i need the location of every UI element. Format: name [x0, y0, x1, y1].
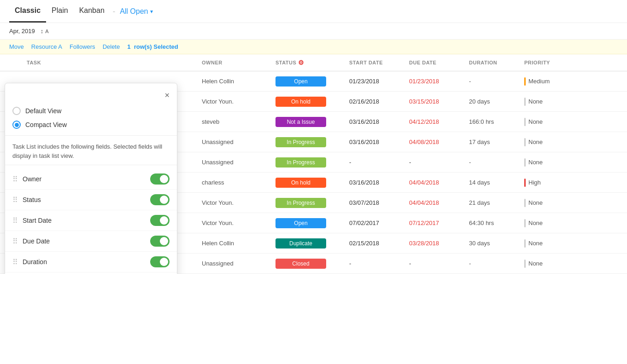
- action-resource[interactable]: Resource A: [31, 43, 62, 50]
- priority-bar: None: [524, 239, 543, 248]
- task-owner: steveb: [198, 115, 272, 129]
- priority-label: None: [528, 139, 543, 145]
- field-label: Status: [23, 196, 41, 203]
- task-start-date: 07/02/2017: [346, 216, 405, 230]
- priority-bar: None: [524, 219, 543, 227]
- col-due-date: DUE DATE: [405, 54, 465, 71]
- priority-label: None: [528, 98, 543, 105]
- field-item: ⠿ Due Date: [5, 231, 177, 252]
- status-badge: Duplicate: [275, 238, 326, 248]
- task-start-date: 03/07/2018: [346, 196, 405, 210]
- field-label: Duration: [23, 258, 47, 266]
- field-toggle[interactable]: [150, 236, 170, 247]
- task-duration: 30 days: [465, 236, 521, 250]
- priority-bar: None: [524, 199, 543, 207]
- tab-plain[interactable]: Plain: [46, 6, 74, 23]
- task-due-date: 01/23/2018: [405, 74, 465, 88]
- task-status: Open: [272, 214, 346, 232]
- radio-default-view[interactable]: Default View: [12, 107, 170, 115]
- selected-info: 1 row(s) Selected: [127, 43, 178, 50]
- panel-description: Task List includes the following fields.…: [5, 136, 177, 165]
- priority-indicator: [524, 118, 526, 126]
- view-settings-panel: × Default View Compact View Task List in…: [5, 83, 177, 274]
- col-task: TASK: [23, 54, 198, 71]
- gear-icon[interactable]: ⚙: [298, 59, 305, 66]
- field-label: Owner: [23, 175, 41, 183]
- radio-circle-default: [12, 107, 21, 115]
- priority-indicator: [524, 158, 526, 167]
- priority-label: Medium: [528, 78, 550, 85]
- tab-kanban[interactable]: Kanban: [74, 6, 110, 23]
- task-owner: Unassigned: [198, 256, 272, 271]
- filter-dropdown[interactable]: All Open ▾: [118, 7, 154, 22]
- table-header: TASK OWNER STATUS ⚙ START DATE DUE DATE …: [0, 54, 627, 71]
- priority-bar: None: [524, 98, 543, 106]
- action-move[interactable]: Move: [9, 43, 24, 50]
- action-followers[interactable]: Followers: [70, 43, 95, 50]
- selected-text: row(s) Selected: [134, 43, 178, 50]
- col-duration: DURATION: [465, 54, 521, 71]
- field-toggle[interactable]: [150, 194, 170, 205]
- priority-bar: None: [524, 118, 543, 126]
- field-left: ⠿ Duration: [12, 258, 47, 266]
- field-toggle[interactable]: [150, 256, 170, 267]
- priority-label: None: [528, 260, 543, 267]
- field-toggle[interactable]: [150, 215, 170, 226]
- drag-handle-icon[interactable]: ⠿: [12, 237, 18, 246]
- col-owner: OWNER: [198, 54, 272, 71]
- task-priority: None: [521, 195, 576, 211]
- task-due-date: 04/04/2018: [405, 196, 465, 210]
- task-duration: 17 days: [465, 135, 521, 149]
- action-delete[interactable]: Delete: [103, 43, 120, 50]
- field-left: ⠿ Status: [12, 196, 41, 204]
- tab-classic[interactable]: Classic: [9, 6, 46, 23]
- col-status: STATUS ⚙: [272, 54, 346, 71]
- field-toggle[interactable]: [150, 173, 170, 185]
- col-start-date: START DATE: [346, 54, 405, 71]
- priority-indicator: [524, 199, 526, 207]
- drag-handle-icon[interactable]: ⠿: [12, 258, 18, 266]
- col-status-label: STATUS: [275, 60, 296, 65]
- radio-compact-view[interactable]: Compact View: [12, 121, 170, 129]
- status-badge: In Progress: [275, 157, 326, 168]
- radio-circle-compact: [12, 121, 21, 129]
- field-label: Start Date: [23, 217, 52, 224]
- priority-indicator: [524, 260, 526, 268]
- radio-label-default: Default View: [25, 107, 61, 115]
- close-button[interactable]: ×: [164, 91, 170, 100]
- field-item: ⠿ Status: [5, 190, 177, 210]
- task-start-date: 03/16/2018: [346, 115, 405, 129]
- task-priority: None: [521, 134, 576, 150]
- task-priority: None: [521, 114, 576, 130]
- task-duration: 20 days: [465, 94, 521, 109]
- drag-handle-icon[interactable]: ⠿: [12, 216, 18, 225]
- task-status: On hold: [272, 93, 346, 110]
- drag-handle-icon[interactable]: ⠿: [12, 175, 18, 184]
- priority-bar: Medium: [524, 77, 550, 86]
- drag-handle-icon[interactable]: ⠿: [12, 196, 18, 204]
- sort-button[interactable]: ↕ A: [41, 28, 49, 35]
- task-status: Open: [272, 73, 346, 90]
- priority-indicator: [524, 219, 526, 227]
- task-status: Closed: [272, 255, 346, 272]
- priority-label: None: [528, 199, 543, 206]
- toolbar: Apr, 2019 ↕ A: [0, 23, 627, 40]
- task-owner: Unassigned: [198, 135, 272, 149]
- main-container: Apr, 2019 ↕ A Move Resource A Followers …: [0, 23, 627, 274]
- task-due-date: 04/12/2018: [405, 115, 465, 129]
- radio-group: Default View Compact View: [5, 105, 177, 136]
- task-priority: None: [521, 155, 576, 170]
- panel-header: ×: [5, 83, 177, 105]
- status-badge: In Progress: [275, 137, 326, 147]
- task-owner: Victor Youn.: [198, 196, 272, 210]
- task-owner: Victor Youn.: [198, 94, 272, 109]
- priority-indicator: [524, 138, 526, 146]
- task-start-date: 03/16/2018: [346, 175, 405, 190]
- task-priority: High: [521, 175, 576, 191]
- task-due-date: -: [405, 155, 465, 169]
- priority-indicator: [524, 77, 526, 86]
- task-start-date: -: [346, 155, 405, 169]
- task-duration: 64:30 hrs: [465, 216, 521, 230]
- field-left: ⠿ Due Date: [12, 237, 50, 246]
- status-badge: On hold: [275, 97, 326, 107]
